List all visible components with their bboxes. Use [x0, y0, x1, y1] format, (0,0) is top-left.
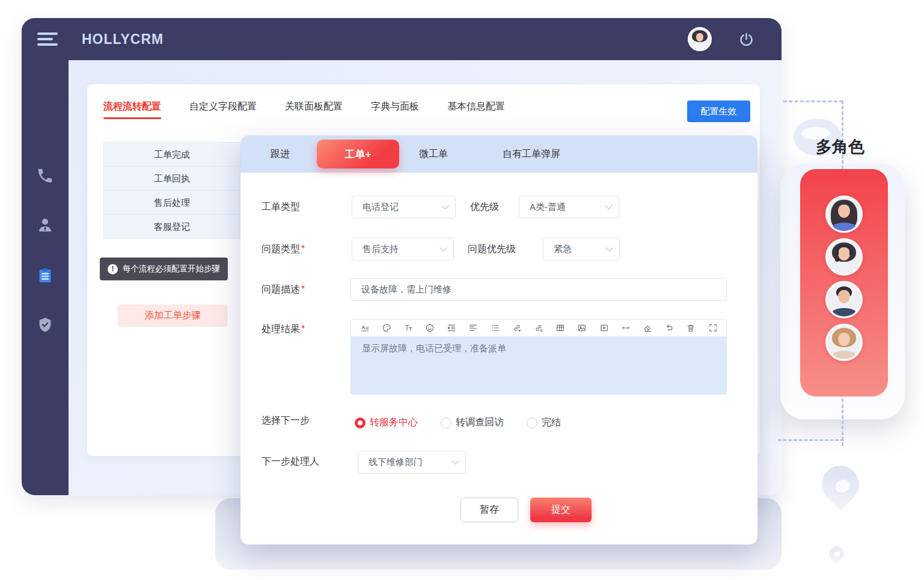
chevron-down-icon — [441, 202, 449, 209]
list-icon[interactable] — [490, 323, 500, 333]
teardrop-decoration-small — [826, 543, 847, 564]
chevron-down-icon — [605, 244, 613, 251]
chevron-down-icon — [451, 457, 459, 464]
step-row[interactable]: 售后处理 — [104, 191, 240, 215]
user-avatar[interactable] — [688, 27, 712, 51]
avatar-face — [838, 290, 849, 303]
phone-icon[interactable] — [36, 167, 54, 185]
radio-label: 转调查回访 — [456, 416, 504, 429]
step-row[interactable]: 工单完成 — [104, 143, 240, 167]
sidebar — [22, 18, 69, 495]
user-icon[interactable] — [36, 216, 54, 234]
ticket-type-label: 工单类型 — [262, 201, 300, 214]
issue-priority-label: 问题优先级 — [468, 243, 516, 256]
step-row[interactable]: 工单回执 — [104, 167, 240, 191]
step-list: 工单完成工单回执售后处理客服登记 — [103, 142, 240, 239]
remove-link-icon[interactable] — [534, 323, 544, 333]
headset-icon — [837, 245, 851, 255]
save-draft-button[interactable]: 暂存 — [460, 498, 518, 522]
tab-ticket-plus[interactable]: 工单+ — [317, 140, 399, 168]
avatar-body — [832, 351, 855, 361]
tab-basic-info[interactable]: 基本信息配置 — [447, 100, 505, 113]
radio-label: 转服务中心 — [370, 416, 418, 429]
avatar-body — [832, 265, 855, 276]
radio-icon — [527, 418, 537, 428]
fullscreen-icon[interactable] — [708, 323, 718, 333]
issue-desc-input[interactable]: 设备故障，需上门维修 — [350, 278, 727, 301]
avatar-body — [832, 223, 855, 233]
tab-own-ticket-popup[interactable]: 自有工单弹屏 — [503, 135, 560, 173]
power-icon[interactable] — [738, 31, 754, 48]
shield-check-icon[interactable] — [36, 316, 54, 334]
add-link-icon[interactable] — [512, 323, 522, 333]
font-size-icon[interactable] — [403, 323, 413, 333]
tab-custom-fields[interactable]: 自定义字段配置 — [189, 100, 257, 113]
flow-tooltip: ! 每个流程必须配置开始步骤 — [100, 258, 228, 280]
radio-label: 完结 — [542, 416, 561, 429]
add-step-button[interactable]: 添加工单步骤 — [118, 304, 228, 327]
avatar-face — [838, 205, 849, 218]
align-icon[interactable] — [468, 323, 479, 333]
issue-type-label: 问题类型* — [262, 243, 305, 256]
role-panel — [800, 169, 888, 396]
issue-priority-select[interactable]: 紧急 — [543, 238, 620, 261]
divider-icon[interactable] — [620, 323, 631, 333]
agent-avatar-male[interactable] — [825, 281, 863, 318]
result-editor: A 显示屏故障，电话已受理，准备派单 — [350, 319, 727, 395]
table-icon[interactable] — [555, 323, 566, 333]
radio-service-center[interactable]: 转服务中心 — [355, 416, 418, 429]
tab-linked-panel[interactable]: 关联面板配置 — [285, 100, 343, 113]
editor-toolbar: A — [351, 319, 726, 337]
radio-finish[interactable]: 完结 — [527, 416, 561, 429]
dashed-line-bottom — [778, 439, 844, 441]
hamburger-menu-icon[interactable] — [37, 32, 61, 47]
tab-flow-config[interactable]: 流程流转配置 — [103, 100, 161, 113]
tab-follow-up[interactable]: 跟进 — [271, 135, 290, 173]
eraser-icon[interactable] — [642, 323, 652, 333]
delete-icon[interactable] — [686, 323, 696, 333]
next-step-label: 选择下一步 — [262, 415, 310, 427]
radio-survey-callback[interactable]: 转调查回访 — [441, 416, 504, 429]
step-row[interactable]: 客服登记 — [104, 215, 240, 239]
result-editor-body[interactable]: 显示屏故障，电话已受理，准备派单 — [351, 337, 726, 394]
dashed-line-top — [783, 100, 843, 102]
role-panel-label: 多角色 — [816, 136, 864, 158]
video-icon[interactable] — [599, 323, 609, 333]
avatar-face — [696, 33, 703, 42]
agent-avatar-headset[interactable] — [825, 238, 863, 276]
image-icon[interactable] — [577, 323, 587, 333]
text-style-icon[interactable]: A — [360, 323, 370, 333]
issue-desc-label: 问题描述* — [262, 283, 305, 296]
submit-button[interactable]: 提交 — [530, 498, 592, 522]
avatar-body — [832, 308, 855, 318]
app-header: HOLLYCRM — [22, 18, 782, 60]
issue-type-select[interactable]: 售后支持 — [352, 238, 454, 261]
chevron-down-icon — [439, 244, 447, 251]
agent-avatar-female[interactable] — [825, 196, 863, 233]
chevron-down-icon — [605, 202, 613, 209]
tab-dictionary-panel[interactable]: 字典与面板 — [371, 100, 419, 113]
tab-micro-ticket[interactable]: 微工单 — [419, 135, 448, 173]
indent-icon[interactable] — [447, 323, 457, 333]
priority-select[interactable]: A类-普通 — [519, 196, 619, 218]
radio-icon — [441, 418, 451, 428]
radio-selected-icon — [355, 418, 366, 428]
avatar-face — [838, 333, 849, 346]
agent-avatar-female-2[interactable] — [825, 324, 863, 361]
next-handler-select[interactable]: 线下维修部门 — [358, 451, 466, 474]
apply-config-button[interactable]: 配置生效 — [687, 100, 750, 122]
screen: HOLLYCRM 流程流转配置 自定义字段配置 关联面板配置 字典与面板 基本信… — [0, 0, 924, 580]
teardrop-decoration — [814, 458, 867, 511]
ticket-type-select[interactable]: 电话登记 — [352, 196, 456, 218]
priority-label: 优先级 — [470, 201, 499, 214]
next-step-radio-group: 转服务中心 转调查回访 完结 — [355, 416, 561, 429]
ticket-modal-tabs: 跟进 工单+ 微工单 自有工单弹屏 — [240, 135, 757, 173]
next-handler-label: 下一步处理人 — [262, 455, 319, 468]
flow-tooltip-text: 每个流程必须配置开始步骤 — [123, 264, 220, 274]
emoji-icon[interactable] — [425, 323, 435, 333]
clipboard-icon[interactable] — [36, 267, 54, 285]
avatar-body — [692, 45, 707, 51]
exclamation-icon: ! — [108, 264, 118, 274]
palette-icon[interactable] — [381, 323, 391, 333]
undo-icon[interactable] — [664, 323, 675, 333]
